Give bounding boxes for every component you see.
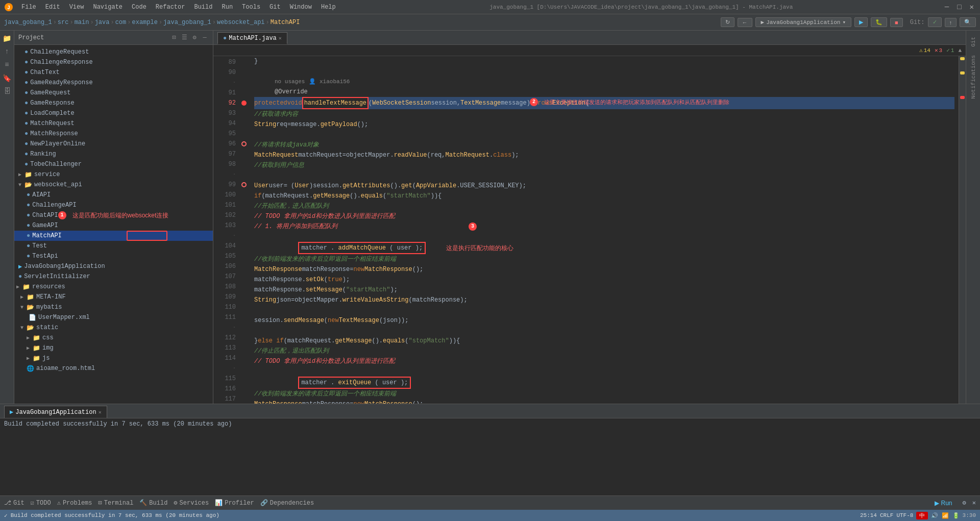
btb-git[interactable]: ⎇ Git	[4, 499, 24, 507]
tab-close-button[interactable]: ✕	[279, 35, 282, 41]
close-button[interactable]: ✕	[968, 3, 976, 11]
btb-todo[interactable]: ☑ TODO	[31, 499, 51, 507]
stop-button[interactable]: ■	[890, 18, 903, 27]
back-button[interactable]: ←	[738, 18, 752, 27]
minimize-button[interactable]: ─	[943, 3, 951, 11]
tree-item-GameResponse[interactable]: ● GameResponse	[14, 98, 213, 108]
run-button[interactable]: ▶	[854, 17, 868, 27]
breadcrumb: java_gobang_1 › src › main › java › com …	[4, 19, 300, 26]
panel-minimize-icon[interactable]: ─	[201, 34, 209, 42]
menu-run[interactable]: Run	[217, 3, 237, 12]
tree-item-ChatText[interactable]: ● ChatText	[14, 67, 213, 78]
tree-item-TestApi[interactable]: ● TestApi	[14, 251, 213, 261]
btb-build[interactable]: 🔨 Build	[139, 499, 167, 507]
structure-icon[interactable]: ≡	[2, 59, 13, 70]
tree-item-LoadComplete[interactable]: ● LoadComplete	[14, 108, 213, 118]
breadcrumb-part-7[interactable]: websocket_api	[217, 19, 265, 26]
menu-file[interactable]: File	[17, 3, 40, 12]
menu-navigate[interactable]: Navigate	[89, 3, 127, 12]
menu-tools[interactable]: Tools	[238, 3, 264, 12]
tree-item-AIAPI[interactable]: ● AIAPI	[14, 190, 213, 200]
breakpoint-92[interactable]	[241, 101, 247, 106]
editor-tab-matchapi[interactable]: ● MatchAPI.java ✕	[217, 32, 287, 44]
commit-icon[interactable]: ↑	[2, 46, 13, 57]
right-tab-git[interactable]: Git	[969, 33, 977, 51]
tree-item-resources[interactable]: ▶ 📁 resources	[14, 282, 213, 292]
btb-terminal[interactable]: ⊡ Terminal	[99, 499, 134, 507]
btb-services[interactable]: ⚙ Services	[174, 499, 209, 507]
tree-item-static[interactable]: ▼ 📂 static	[14, 322, 213, 333]
tree-item-img[interactable]: ▶ 📁 img	[14, 343, 213, 353]
tree-item-mybatis[interactable]: ▼ 📂 mybatis	[14, 302, 213, 312]
database-icon[interactable]: 🗄	[2, 86, 13, 97]
menu-edit[interactable]: Edit	[41, 3, 64, 12]
panel-list-icon[interactable]: ☰	[180, 34, 188, 42]
tree-item-ChallengeResponse[interactable]: ● ChallengeResponse	[14, 57, 213, 67]
git-checkmark[interactable]: ✓	[928, 17, 942, 27]
btb-problems[interactable]: ⚠ Problems	[57, 499, 92, 507]
run-config-selector[interactable]: ▶ JavaGobang1Application ▾	[755, 17, 851, 27]
run-button-bottom[interactable]: ▶ Run	[935, 500, 952, 507]
breadcrumb-part-3[interactable]: java	[95, 19, 110, 26]
gear-settings-icon[interactable]: ⚙	[963, 499, 966, 507]
tree-item-MatchRequest[interactable]: ● MatchRequest	[14, 118, 213, 129]
tree-item-GameRequest[interactable]: ● GameRequest	[14, 88, 213, 98]
tree-item-NewPlayerOnline[interactable]: ● NewPlayerOnline	[14, 139, 213, 149]
run-tab-close[interactable]: ✕	[99, 409, 102, 415]
hint-expand-icon[interactable]: ▲	[958, 47, 962, 54]
bottom-toolbar: ⎇ Git ☑ TODO ⚠ Problems ⊡ Terminal 🔨 Bui…	[0, 495, 980, 510]
panel-toggle-icon[interactable]: ⊡	[170, 34, 178, 42]
btb-dependencies[interactable]: 🔗 Dependencies	[260, 499, 314, 507]
debug-button[interactable]: 🐛	[871, 17, 887, 27]
project-view-icon[interactable]: 📁	[2, 33, 13, 44]
menu-code[interactable]: Code	[128, 3, 151, 12]
breadcrumb-part-0[interactable]: java_gobang_1	[4, 19, 52, 26]
tree-item-ChallengeRequest[interactable]: ● ChallengeRequest	[14, 47, 213, 57]
class-icon: ●	[24, 89, 28, 96]
close-bottom-icon[interactable]: ✕	[972, 499, 976, 507]
menu-refactor[interactable]: Refactor	[152, 3, 189, 12]
panel-filter-icon[interactable]: ⚙	[190, 34, 199, 42]
tree-item-MatchResponse[interactable]: ● MatchResponse	[14, 129, 213, 139]
update-button[interactable]: ↻	[721, 17, 734, 27]
tree-item-MatchAPI[interactable]: ● MatchAPI	[14, 231, 213, 241]
scrollbar-strip[interactable]	[959, 56, 966, 404]
tree-item-ServletInitializer[interactable]: ● ServletInitializer	[14, 271, 213, 282]
breadcrumb-part-6[interactable]: java_gobang_1	[163, 19, 211, 26]
code-content[interactable]: } no usages 👤 xiaobai56 @Override pro	[250, 56, 959, 404]
breadcrumb-part-1[interactable]: src	[58, 19, 69, 26]
bottom-tab-run[interactable]: ▶ JavaGobang1Application ✕	[4, 406, 107, 418]
menu-view[interactable]: View	[65, 3, 88, 12]
cursor-position: 25:14	[860, 512, 877, 518]
tree-item-META-INF[interactable]: ▶ 📁 META-INF	[14, 292, 213, 302]
tree-item-ChallengeAPI[interactable]: ● ChallengeAPI	[14, 200, 213, 210]
menu-build[interactable]: Build	[190, 3, 216, 12]
search-button[interactable]: 🔍	[960, 17, 976, 27]
tree-item-js[interactable]: ▶ 📁 js	[14, 353, 213, 363]
tree-item-UserMapper[interactable]: 📄 UserMapper.xml	[14, 312, 213, 322]
tree-item-aioame[interactable]: 🌐 aioame_room.html	[14, 363, 213, 374]
maximize-button[interactable]: □	[955, 3, 963, 11]
breadcrumb-part-8[interactable]: MatchAPI	[271, 19, 300, 26]
git-up[interactable]: ↑	[945, 18, 957, 27]
tree-item-JavaGobang1Application[interactable]: ▶ JavaGobang1Application	[14, 261, 213, 271]
tree-item-GameAPI[interactable]: ● GameAPI	[14, 220, 213, 231]
breadcrumb-part-2[interactable]: main	[75, 19, 89, 26]
tree-item-ChatAPI[interactable]: ● ChatAPI 1 这是匹配功能后端的websocket连接	[14, 210, 213, 220]
tree-item-service[interactable]: ▶ 📁 service	[14, 169, 213, 180]
sys-icons: 🔊 📶 🔋	[931, 512, 959, 519]
tree-item-Ranking[interactable]: ● Ranking	[14, 149, 213, 159]
breadcrumb-part-4[interactable]: com	[115, 19, 127, 26]
bookmarks-icon[interactable]: 🔖	[2, 72, 13, 84]
right-tab-notifications[interactable]: Notifications	[969, 51, 977, 103]
tree-item-css[interactable]: ▶ 📁 css	[14, 333, 213, 343]
menu-git[interactable]: Git	[265, 3, 285, 12]
breadcrumb-part-5[interactable]: example	[132, 19, 157, 26]
tree-item-websocket_api[interactable]: ▼ 📂 websocket_api	[14, 180, 213, 190]
tree-item-Test[interactable]: ● Test	[14, 241, 213, 251]
tree-item-TobeChallenger[interactable]: ● TobeChallenger	[14, 159, 213, 169]
menu-help[interactable]: Help	[317, 3, 340, 12]
btb-profiler[interactable]: 📊 Profiler	[215, 499, 254, 507]
menu-window[interactable]: Window	[286, 3, 316, 12]
tree-item-GameReadyResponse[interactable]: ● GameReadyResponse	[14, 78, 213, 88]
